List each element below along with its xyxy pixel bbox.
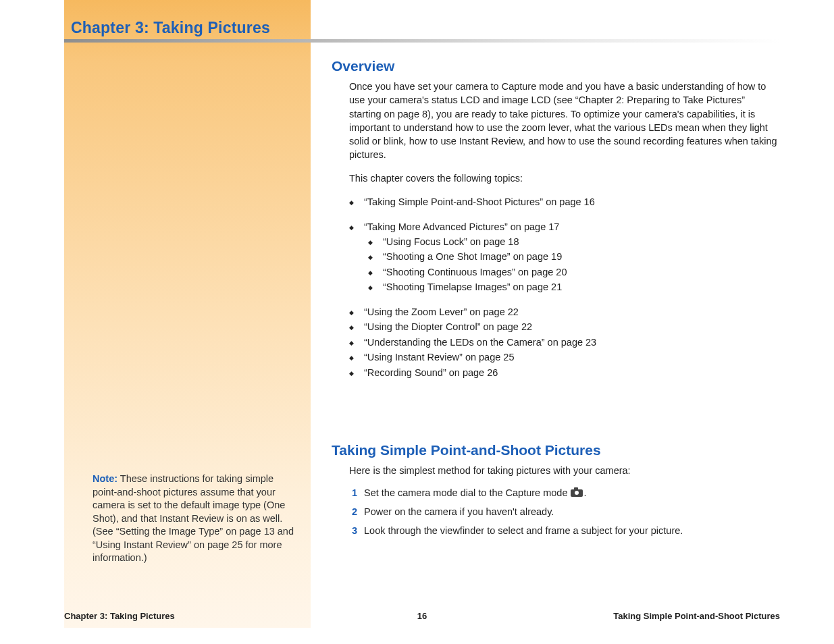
diamond-bullet-icon [368,265,383,279]
subtopic-item: “Shooting Continuous Images” on page 20 [368,265,777,279]
topic-text: “Using the Diopter Control” on page 22 [364,319,775,334]
footer-right: Taking Simple Point-and-Shoot Pictures [613,611,780,621]
section-simple-pictures: Taking Simple Point-and-Shoot Pictures H… [332,442,777,535]
subtopic-text: “Shooting Timelapse Images” on page 21 [383,279,775,294]
step-item: 1Set the camera mode dial to the Capture… [352,487,777,498]
topic-text: “Using the Zoom Lever” on page 22 [364,304,775,319]
diamond-bullet-icon [349,335,364,350]
subtopics-list: “Using Focus Lock” on page 18 “Shooting … [368,234,777,295]
topic-text: “Using Instant Review” on page 25 [364,350,775,365]
step-number: 2 [352,506,364,517]
diamond-bullet-icon [368,234,383,249]
topic-text: “Recording Sound” on page 26 [364,365,775,380]
note-label: Note: [93,473,118,484]
topic-text: “Taking More Advanced Pictures” on page … [364,219,775,234]
diamond-bullet-icon [349,319,364,334]
overview-heading: Overview [332,58,777,74]
subtopic-text: “Using Focus Lock” on page 18 [383,234,775,249]
step-text: Look through the viewfinder to select an… [364,525,683,536]
overview-para-2: This chapter covers the following topics… [349,171,777,185]
sidebar-note: Note: These instructions for taking simp… [93,473,295,565]
topics-list: “Taking Simple Point-and-Shoot Pictures”… [349,194,777,380]
step-text: Power on the camera if you haven't alrea… [364,506,554,517]
step-item: 3Look through the viewfinder to select a… [352,525,777,536]
section-intro: Here is the simplest method for taking p… [349,464,777,477]
diamond-bullet-icon [349,350,364,365]
step-text-tail: . [583,487,586,498]
topic-item: “Recording Sound” on page 26 [349,365,777,380]
topic-item: “Understanding the LEDs on the Camera” o… [349,335,777,350]
topic-item: “Taking More Advanced Pictures” on page … [349,219,777,295]
topic-text: “Taking Simple Point-and-Shoot Pictures”… [364,194,775,209]
diamond-bullet-icon [349,219,364,234]
subtopic-text: “Shooting Continuous Images” on page 20 [383,265,775,279]
step-item: 2Power on the camera if you haven't alre… [352,506,777,517]
subtopic-item: “Using Focus Lock” on page 18 [368,234,777,249]
subtopic-text: “Shooting a One Shot Image” on page 19 [383,249,775,264]
diamond-bullet-icon [349,304,364,319]
note-text: These instructions for taking simple poi… [93,473,294,563]
chapter-title: Chapter 3: Taking Pictures [71,19,270,37]
subtopic-item: “Shooting Timelapse Images” on page 21 [368,279,777,294]
subtopic-item: “Shooting a One Shot Image” on page 19 [368,249,777,264]
section-heading: Taking Simple Point-and-Shoot Pictures [332,442,777,458]
topic-item: “Using the Zoom Lever” on page 22 [349,304,777,319]
main-content: Overview Once you have set your camera t… [332,54,777,544]
diamond-bullet-icon [368,279,383,294]
overview-para-1: Once you have set your camera to Capture… [349,80,777,162]
steps-list: 1Set the camera mode dial to the Capture… [352,487,777,536]
diamond-bullet-icon [349,194,364,209]
step-text: Set the camera mode dial to the Capture … [364,487,570,498]
camera-icon [571,489,583,497]
diamond-bullet-icon [349,365,364,380]
page: Chapter 3: Taking Pictures Note: These i… [64,0,780,644]
diamond-bullet-icon [368,249,383,264]
topic-item: “Using Instant Review” on page 25 [349,350,777,365]
step-number: 3 [352,525,364,536]
topic-item: “Taking Simple Point-and-Shoot Pictures”… [349,194,777,209]
topic-item: “Using the Diopter Control” on page 22 [349,319,777,334]
header-rule [64,39,780,43]
topic-text: “Understanding the LEDs on the Camera” o… [364,335,775,350]
step-number: 1 [352,487,364,498]
